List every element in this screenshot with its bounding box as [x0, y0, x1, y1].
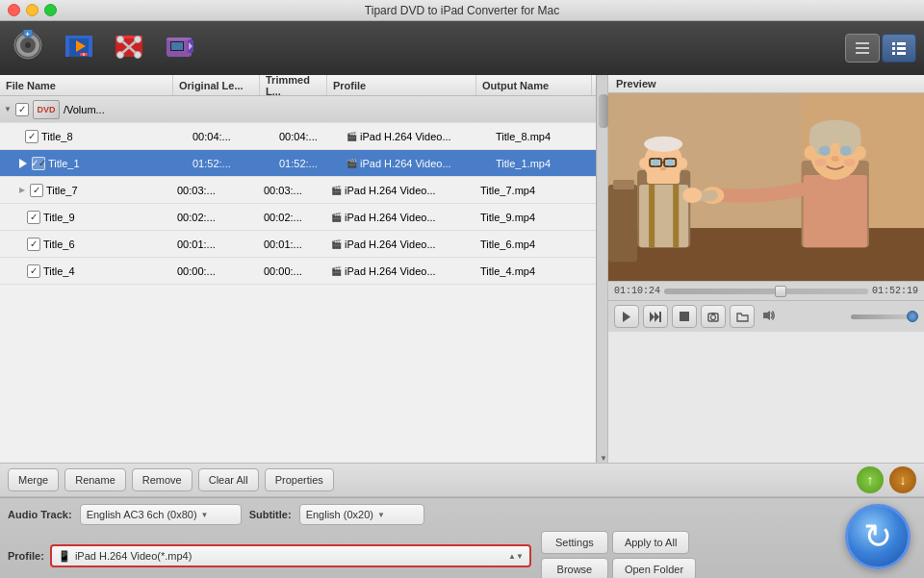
window-controls[interactable] — [8, 4, 57, 16]
maximize-button[interactable] — [44, 4, 57, 16]
browse-button[interactable]: Browse — [541, 558, 608, 578]
svg-point-19 — [135, 52, 141, 59]
row-filename: Title_8 — [15, 130, 189, 143]
subtitle-select[interactable]: English (0x20) ▼ — [299, 504, 424, 525]
list-view-button[interactable] — [845, 34, 880, 63]
svg-rect-21 — [167, 38, 192, 40]
table-row[interactable]: Title_4 00:00:... 00:00:... 🎬 iPad H.264… — [0, 258, 596, 285]
main-toolbar: + — [0, 21, 924, 75]
audio-track-select[interactable]: English AC3 6ch (0x80) ▼ — [80, 504, 242, 525]
profile-select-arrow: ▲▼ — [508, 552, 524, 561]
folder-button[interactable] — [730, 305, 755, 328]
add-dvd-button[interactable]: + — [8, 27, 54, 69]
timeline-track[interactable] — [664, 289, 868, 294]
timeline-end: 01:52:19 — [872, 286, 918, 296]
move-up-button[interactable]: ↑ — [857, 466, 884, 493]
rename-button[interactable]: Rename — [64, 468, 126, 491]
play-button[interactable] — [614, 305, 639, 328]
row-filename: ▶ Title_7 — [0, 184, 173, 197]
row-checkbox[interactable] — [27, 238, 40, 251]
preview-image — [608, 93, 924, 281]
move-down-button[interactable]: ↓ — [889, 466, 916, 493]
svg-rect-34 — [897, 52, 906, 55]
volume-track[interactable] — [851, 314, 918, 319]
stop-button[interactable] — [672, 305, 697, 328]
open-folder-button[interactable]: Open Folder — [612, 558, 696, 578]
preview-label: Preview — [608, 75, 924, 93]
fast-forward-button[interactable] — [643, 305, 668, 328]
svg-rect-7 — [65, 36, 69, 57]
settings-button[interactable]: Settings — [541, 531, 608, 554]
scroll-down-arrow[interactable]: ▼ — [600, 454, 607, 463]
table-header: File Name Original Le... Trimmed L... Pr… — [0, 75, 596, 96]
svg-point-78 — [711, 314, 716, 319]
capture-button[interactable] — [158, 27, 204, 69]
table-row[interactable]: Title_6 00:01:... 00:01:... 🎬 iPad H.264… — [0, 231, 596, 258]
parent-checkbox[interactable] — [15, 103, 29, 116]
svg-marker-73 — [650, 312, 654, 322]
clear-all-button[interactable]: Clear All — [198, 468, 259, 491]
table-row[interactable]: ▶ Title_7 00:03:... 00:03:... 🎬 iPad H.2… — [0, 177, 596, 204]
trim-video-button[interactable] — [108, 27, 154, 69]
settings-area: Audio Track: English AC3 6ch (0x80) ▼ Su… — [0, 497, 924, 578]
row-checkbox[interactable] — [30, 184, 43, 197]
profile-action-buttons: Settings Apply to All Browse Open Folder — [541, 531, 696, 578]
timeline-thumb[interactable] — [775, 286, 786, 297]
svg-marker-80 — [763, 311, 770, 320]
svg-rect-27 — [856, 47, 869, 49]
svg-point-18 — [117, 52, 124, 59]
minimize-button[interactable] — [26, 4, 38, 16]
edit-video-button[interactable] — [58, 27, 104, 69]
header-filename: File Name — [0, 75, 173, 95]
svg-point-2 — [25, 42, 31, 48]
volume-thumb[interactable] — [907, 311, 918, 322]
table-row[interactable]: Title_9 00:02:... 00:02:... 🎬 iPad H.264… — [0, 204, 596, 231]
apply-to-all-button[interactable]: Apply to All — [612, 531, 689, 554]
header-trimmed: Trimmed L... — [260, 75, 327, 95]
profile-row: Profile: 📱 iPad H.264 Video(*.mp4) ▲▼ Se… — [8, 531, 832, 578]
table-row[interactable]: ▼ DVD /Volum... — [0, 96, 596, 123]
header-output: Output Name — [476, 75, 592, 95]
detail-view-button[interactable] — [882, 34, 916, 63]
remove-button[interactable]: Remove — [132, 468, 192, 491]
view-toggle[interactable] — [845, 34, 916, 63]
header-original: Original Le... — [173, 75, 260, 95]
timeline-start: 01:10:24 — [614, 286, 660, 296]
row-checkbox[interactable] — [27, 211, 40, 224]
table-row-selected[interactable]: ✓ Title_1 01:52:... 01:52:... 🎬 iPad H.2… — [0, 150, 596, 177]
audio-track-label: Audio Track: — [8, 509, 72, 520]
volume-icon — [762, 310, 776, 321]
screenshot-button[interactable] — [701, 305, 726, 328]
window-title: Tipard DVD to iPad Converter for Mac — [365, 4, 559, 17]
dvd-icon: DVD — [33, 100, 60, 119]
convert-button[interactable] — [845, 504, 911, 569]
svg-rect-75 — [659, 312, 661, 322]
scrollbar-thumb[interactable] — [599, 94, 608, 128]
table-row[interactable]: Title_8 00:04:... 00:04:... 🎬 iPad H.264… — [0, 123, 596, 150]
svg-marker-74 — [654, 312, 659, 322]
close-button[interactable] — [8, 4, 20, 16]
merge-button[interactable]: Merge — [8, 468, 59, 491]
svg-rect-30 — [897, 42, 906, 45]
svg-rect-8 — [89, 36, 92, 57]
row-filename: Title_9 — [0, 211, 173, 224]
row-filename: Title_4 — [0, 264, 173, 278]
parent-filename: ▼ DVD /Volum... — [0, 100, 173, 119]
svg-marker-72 — [623, 312, 630, 322]
svg-rect-31 — [892, 47, 895, 50]
file-panel: File Name Original Le... Trimmed L... Pr… — [0, 75, 597, 463]
properties-button[interactable]: Properties — [265, 468, 334, 491]
profile-select[interactable]: 📱 iPad H.264 Video(*.mp4) ▲▼ — [50, 544, 531, 567]
audio-subtitle-row: Audio Track: English AC3 6ch (0x80) ▼ Su… — [8, 504, 832, 525]
player-controls — [608, 300, 924, 332]
scrollbar[interactable]: ▼ — [597, 75, 608, 463]
subtitle-arrow: ▼ — [377, 511, 385, 519]
row-checkbox[interactable] — [27, 264, 40, 278]
bottom-toolbar: Merge Rename Remove Clear All Properties… — [0, 463, 924, 497]
table-body: ▼ DVD /Volum... Title_8 00:04:... 00:04:… — [0, 96, 596, 463]
main-area: File Name Original Le... Trimmed L... Pr… — [0, 75, 924, 463]
row-filename-selected: ✓ Title_1 — [15, 157, 189, 170]
row-checkbox[interactable]: ✓ — [32, 157, 45, 170]
row-checkbox[interactable] — [25, 130, 38, 143]
svg-rect-79 — [711, 313, 715, 314]
